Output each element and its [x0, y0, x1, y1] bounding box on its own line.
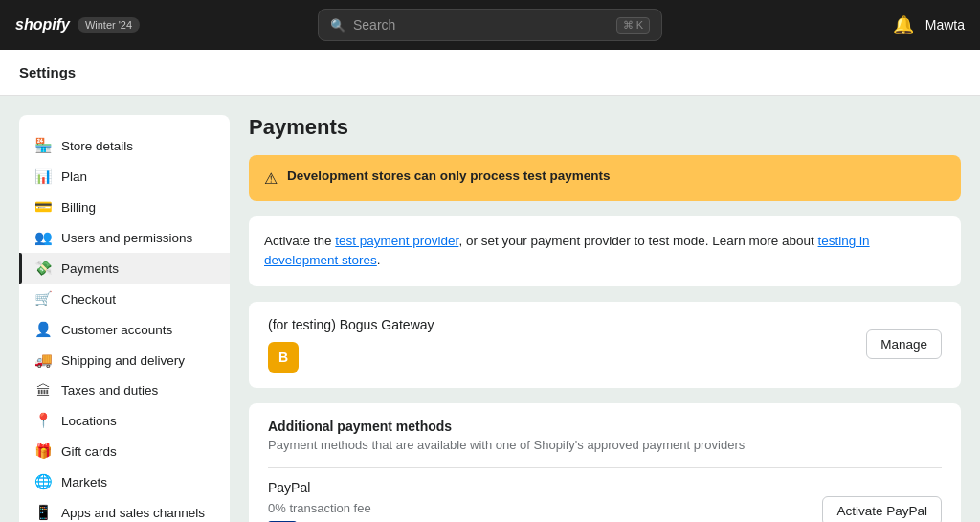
- activate-paypal-button[interactable]: Activate PayPal: [822, 496, 942, 523]
- topnav-right: 🔔 Mawta: [893, 14, 965, 35]
- bogus-gateway-logo: B: [268, 342, 299, 373]
- test-payment-provider-link[interactable]: test payment provider: [335, 234, 458, 248]
- sidebar-item-store-details[interactable]: 🏪 Store details: [19, 130, 230, 161]
- sidebar-label-plan: Plan: [61, 170, 87, 184]
- sidebar-label-checkout: Checkout: [61, 292, 116, 306]
- customer-accounts-icon: 👤: [34, 321, 52, 338]
- logo-area: shopify Winter '24: [15, 16, 140, 34]
- sidebar: 🏪 Store details 📊 Plan 💳 Billing 👥 Users…: [19, 115, 230, 522]
- taxes-icon: 🏛: [34, 382, 52, 398]
- info-text-after: .: [377, 253, 381, 267]
- apps-icon: 📱: [34, 504, 52, 521]
- info-text-before: Activate the: [264, 234, 335, 248]
- search-text: Search: [353, 17, 609, 33]
- sidebar-label-customer-accounts: Customer accounts: [61, 323, 172, 337]
- sidebar-item-plan[interactable]: 📊 Plan: [19, 161, 230, 192]
- sidebar-label-gift-cards: Gift cards: [61, 444, 117, 459]
- sidebar-item-checkout[interactable]: 🛒 Checkout: [19, 284, 230, 314]
- sidebar-item-payments[interactable]: 💸 Payments: [19, 253, 230, 284]
- shipping-icon: 🚚: [34, 352, 52, 369]
- sidebar-item-locations[interactable]: 📍 Locations: [19, 405, 230, 436]
- sidebar-item-customer-accounts[interactable]: 👤 Customer accounts: [19, 314, 230, 345]
- markets-icon: 🌐: [34, 473, 52, 490]
- sidebar-item-billing[interactable]: 💳 Billing: [19, 192, 230, 222]
- content-panel: Payments ⚠ Development stores can only p…: [249, 115, 961, 522]
- users-icon: 👥: [34, 229, 52, 246]
- info-card: Activate the test payment provider, or s…: [249, 216, 961, 286]
- gateway-name: (for testing) Bogus Gateway: [268, 317, 434, 332]
- store-icon: 🏪: [34, 137, 52, 154]
- sidebar-label-taxes-duties: Taxes and duties: [61, 383, 158, 397]
- page-title: Payments: [249, 115, 961, 140]
- settings-title: Settings: [19, 64, 76, 80]
- top-navigation: shopify Winter '24 🔍 Search ⌘ K 🔔 Mawta: [0, 0, 980, 50]
- main-content: 🏪 Store details 📊 Plan 💳 Billing 👥 Users…: [0, 96, 980, 522]
- user-menu-button[interactable]: Mawta: [925, 17, 965, 33]
- sidebar-item-taxes-duties[interactable]: 🏛 Taxes and duties: [19, 375, 230, 405]
- sidebar-item-gift-cards[interactable]: 🎁 Gift cards: [19, 436, 230, 466]
- gateway-card: (for testing) Bogus Gateway B Manage: [249, 302, 961, 388]
- sidebar-item-users-permissions[interactable]: 👥 Users and permissions: [19, 222, 230, 253]
- locations-icon: 📍: [34, 412, 52, 429]
- billing-icon: 💳: [34, 198, 52, 216]
- sidebar-label-shipping-delivery: Shipping and delivery: [61, 353, 185, 368]
- checkout-icon: 🛒: [34, 290, 52, 307]
- warning-text: Development stores can only process test…: [287, 169, 611, 183]
- additional-payment-methods-subtitle: Payment methods that are available with …: [268, 438, 942, 452]
- sidebar-label-apps-sales-channels: Apps and sales channels: [61, 506, 205, 520]
- additional-payment-methods-card: Additional payment methods Payment metho…: [249, 403, 961, 523]
- plan-icon: 📊: [34, 168, 52, 185]
- gateway-left: (for testing) Bogus Gateway B: [268, 317, 434, 373]
- sidebar-label-payments: Payments: [61, 261, 119, 276]
- sidebar-item-markets[interactable]: 🌐 Markets: [19, 466, 230, 497]
- version-badge: Winter '24: [78, 17, 140, 33]
- sidebar-label-store-details: Store details: [61, 139, 133, 153]
- sidebar-label-users-permissions: Users and permissions: [61, 231, 192, 245]
- warning-icon: ⚠: [264, 170, 278, 188]
- paypal-name: PayPal: [268, 480, 371, 495]
- paypal-left: PayPal 0% transaction fee P: [268, 480, 371, 523]
- sidebar-label-locations: Locations: [61, 414, 117, 428]
- paypal-fee: 0% transaction fee: [268, 501, 371, 515]
- sidebar-item-apps-sales-channels[interactable]: 📱 Apps and sales channels: [19, 497, 230, 522]
- notifications-button[interactable]: 🔔: [893, 14, 914, 35]
- sidebar-label-markets: Markets: [61, 475, 107, 489]
- manage-button[interactable]: Manage: [866, 329, 942, 359]
- search-keyboard-shortcut: ⌘ K: [616, 17, 650, 34]
- info-text-middle: , or set your payment provider to test m…: [458, 234, 817, 248]
- gift-cards-icon: 🎁: [34, 443, 52, 460]
- search-icon: 🔍: [330, 18, 345, 33]
- payments-icon: 💸: [34, 260, 52, 277]
- sidebar-label-billing: Billing: [61, 200, 96, 215]
- sidebar-item-shipping-delivery[interactable]: 🚚 Shipping and delivery: [19, 345, 230, 375]
- warning-banner: ⚠ Development stores can only process te…: [249, 155, 961, 201]
- shopify-logo: shopify: [15, 16, 70, 34]
- paypal-section: PayPal 0% transaction fee P Activate Pay…: [268, 467, 942, 523]
- settings-header: Settings: [0, 50, 980, 96]
- additional-payment-methods-title: Additional payment methods: [268, 419, 942, 434]
- search-bar[interactable]: 🔍 Search ⌘ K: [318, 9, 662, 41]
